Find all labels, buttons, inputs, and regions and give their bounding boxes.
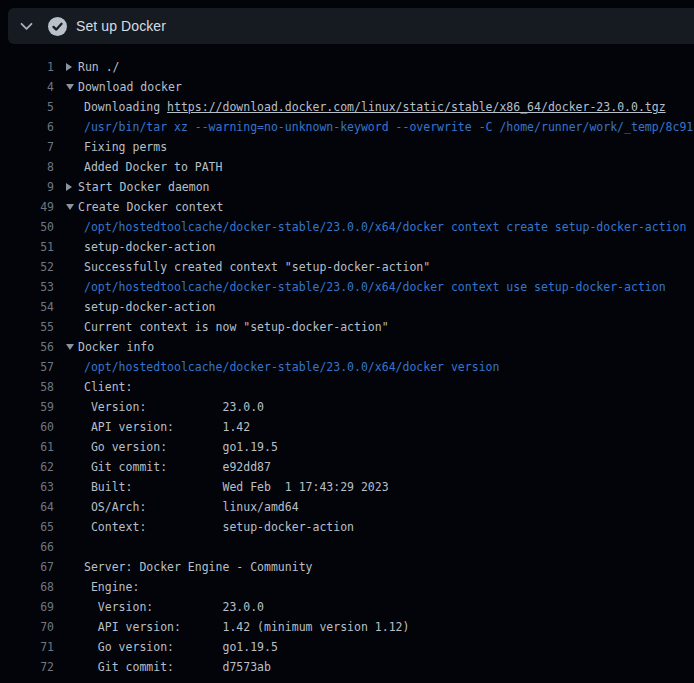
log-text-segment: Successfully created context "setup-dock… bbox=[84, 260, 430, 274]
triangle-down-icon[interactable] bbox=[66, 197, 78, 217]
line-number[interactable]: 50 bbox=[0, 220, 54, 234]
log-command-text: /opt/hostedtoolcache/docker-stable/23.0.… bbox=[66, 217, 694, 237]
log-line: 64 OS/Arch: linux/amd64 bbox=[0, 497, 694, 517]
log-group-title[interactable]: Download docker bbox=[78, 80, 182, 94]
log-text-segment: API version: 1.42 (minimum version 1.12) bbox=[84, 620, 409, 634]
log-line: 51setup-docker-action bbox=[0, 237, 694, 257]
log-text-segment: Client: bbox=[84, 380, 132, 394]
line-number[interactable]: 69 bbox=[0, 600, 54, 614]
line-number[interactable]: 7 bbox=[0, 140, 54, 154]
log-text-segment: /opt/hostedtoolcache/docker-stable/23.0.… bbox=[84, 280, 666, 294]
line-number[interactable]: 56 bbox=[0, 340, 54, 354]
log-line: 56Docker info bbox=[0, 337, 694, 357]
line-number[interactable]: 63 bbox=[0, 480, 54, 494]
log-text-segment: Server: Docker Engine - Community bbox=[84, 560, 312, 574]
log-text: Added Docker to PATH bbox=[66, 157, 694, 177]
log-text-segment: setup-docker-action bbox=[84, 300, 216, 314]
log-container: 1Run ./4Download docker5Downloading http… bbox=[0, 44, 694, 677]
log-line: 7Fixing perms bbox=[0, 137, 694, 157]
log-text: Fixing perms bbox=[66, 137, 694, 157]
line-number[interactable]: 55 bbox=[0, 320, 54, 334]
log-line: 72 Git commit: d7573ab bbox=[0, 657, 694, 677]
log-group-title[interactable]: Start Docker daemon bbox=[78, 180, 210, 194]
line-number[interactable]: 4 bbox=[0, 80, 54, 94]
line-number[interactable]: 70 bbox=[0, 620, 54, 634]
log-text-segment: Built: Wed Feb 1 17:43:29 2023 bbox=[84, 480, 389, 494]
line-number[interactable]: 62 bbox=[0, 460, 54, 474]
log-line: 62 Git commit: e92dd87 bbox=[0, 457, 694, 477]
log-text: API version: 1.42 (minimum version 1.12) bbox=[66, 617, 694, 637]
log-command-text: /opt/hostedtoolcache/docker-stable/23.0.… bbox=[66, 277, 694, 297]
log-text-segment: Engine: bbox=[84, 580, 139, 594]
log-text: setup-docker-action bbox=[66, 297, 694, 317]
log-line: 1Run ./ bbox=[0, 57, 694, 77]
log-group-title[interactable]: Run ./ bbox=[78, 60, 120, 74]
line-number[interactable]: 54 bbox=[0, 300, 54, 314]
line-number[interactable]: 1 bbox=[0, 60, 54, 74]
line-number[interactable]: 57 bbox=[0, 360, 54, 374]
log-line: 9Start Docker daemon bbox=[0, 177, 694, 197]
actions-log-viewer: Set up Docker 1Run ./4Download docker5Do… bbox=[0, 0, 694, 683]
triangle-down-icon[interactable] bbox=[66, 337, 78, 357]
line-number[interactable]: 59 bbox=[0, 400, 54, 414]
line-number[interactable]: 65 bbox=[0, 520, 54, 534]
log-text-segment: setup-docker-action bbox=[84, 240, 216, 254]
log-text: API version: 1.42 bbox=[66, 417, 694, 437]
line-number[interactable]: 67 bbox=[0, 560, 54, 574]
log-text: Git commit: e92dd87 bbox=[66, 457, 694, 477]
log-command-text: /opt/hostedtoolcache/docker-stable/23.0.… bbox=[66, 357, 694, 377]
log-line: 55Current context is now "setup-docker-a… bbox=[0, 317, 694, 337]
log-text: OS/Arch: linux/amd64 bbox=[66, 497, 694, 517]
log-line: 67Server: Docker Engine - Community bbox=[0, 557, 694, 577]
log-text: Built: Wed Feb 1 17:43:29 2023 bbox=[66, 477, 694, 497]
log-text-segment: Context: setup-docker-action bbox=[84, 520, 354, 534]
log-text: Context: setup-docker-action bbox=[66, 517, 694, 537]
log-text-segment: Git commit: d7573ab bbox=[84, 660, 271, 674]
log-line: 59 Version: 23.0.0 bbox=[0, 397, 694, 417]
line-number[interactable]: 66 bbox=[0, 540, 54, 554]
log-group-header: Download docker bbox=[66, 77, 694, 97]
log-text: Go version: go1.19.5 bbox=[66, 437, 694, 457]
line-number[interactable]: 58 bbox=[0, 380, 54, 394]
log-text-segment: Go version: go1.19.5 bbox=[84, 440, 278, 454]
log-line: 68 Engine: bbox=[0, 577, 694, 597]
step-title: Set up Docker bbox=[76, 18, 166, 34]
log-text-segment: /usr/bin/tar xz --warning=no-unknown-key… bbox=[84, 120, 693, 134]
log-text: Go version: go1.19.5 bbox=[66, 637, 694, 657]
chevron-down-icon[interactable] bbox=[20, 22, 33, 31]
log-text-segment: Version: 23.0.0 bbox=[84, 600, 264, 614]
line-number[interactable]: 8 bbox=[0, 160, 54, 174]
line-number[interactable]: 60 bbox=[0, 420, 54, 434]
step-header[interactable]: Set up Docker bbox=[8, 8, 694, 44]
log-text: Client: bbox=[66, 377, 694, 397]
line-number[interactable]: 72 bbox=[0, 660, 54, 674]
log-link[interactable]: https://download.docker.com/linux/static… bbox=[167, 100, 666, 114]
log-line: 6/usr/bin/tar xz --warning=no-unknown-ke… bbox=[0, 117, 694, 137]
line-number[interactable]: 49 bbox=[0, 200, 54, 214]
log-text-segment: Version: 23.0.0 bbox=[84, 400, 264, 414]
log-line: 52Successfully created context "setup-do… bbox=[0, 257, 694, 277]
line-number[interactable]: 6 bbox=[0, 120, 54, 134]
line-number[interactable]: 52 bbox=[0, 260, 54, 274]
log-line: 53/opt/hostedtoolcache/docker-stable/23.… bbox=[0, 277, 694, 297]
triangle-right-icon[interactable] bbox=[66, 57, 78, 77]
log-line: 58Client: bbox=[0, 377, 694, 397]
log-text: setup-docker-action bbox=[66, 237, 694, 257]
line-number[interactable]: 71 bbox=[0, 640, 54, 654]
triangle-right-icon[interactable] bbox=[66, 177, 78, 197]
line-number[interactable]: 64 bbox=[0, 500, 54, 514]
log-group-header: Create Docker context bbox=[66, 197, 694, 217]
line-number[interactable]: 9 bbox=[0, 180, 54, 194]
line-number[interactable]: 5 bbox=[0, 100, 54, 114]
log-line: 71 Go version: go1.19.5 bbox=[0, 637, 694, 657]
log-text-segment: /opt/hostedtoolcache/docker-stable/23.0.… bbox=[84, 220, 693, 234]
line-number[interactable]: 61 bbox=[0, 440, 54, 454]
line-number[interactable]: 53 bbox=[0, 280, 54, 294]
line-number[interactable]: 68 bbox=[0, 580, 54, 594]
log-line: 61 Go version: go1.19.5 bbox=[0, 437, 694, 457]
line-number[interactable]: 51 bbox=[0, 240, 54, 254]
triangle-down-icon[interactable] bbox=[66, 77, 78, 97]
log-group-title[interactable]: Docker info bbox=[78, 340, 154, 354]
log-group-title[interactable]: Create Docker context bbox=[78, 200, 223, 214]
log-line: 54setup-docker-action bbox=[0, 297, 694, 317]
